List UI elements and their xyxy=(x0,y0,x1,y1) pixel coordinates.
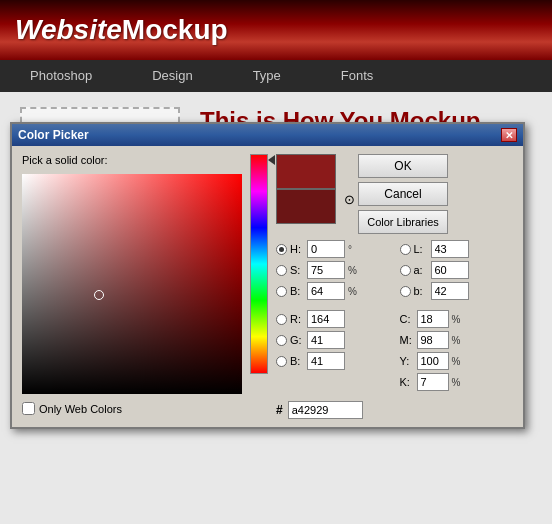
label-G: G: xyxy=(290,334,304,346)
input-b[interactable] xyxy=(431,282,469,300)
label-R: R: xyxy=(290,313,304,325)
label-B2: B: xyxy=(290,355,304,367)
website-header: WebsiteMockup xyxy=(0,0,552,60)
dialog-body: Pick a solid color: Only Web Colors xyxy=(12,146,523,427)
radio-R[interactable] xyxy=(276,314,287,325)
unit-C: % xyxy=(452,314,461,325)
unit-H: ° xyxy=(348,244,352,255)
hue-slider[interactable] xyxy=(250,154,268,374)
field-row-L: L: xyxy=(400,240,514,258)
label-a: a: xyxy=(414,264,428,276)
pick-solid-label: Pick a solid color: xyxy=(22,154,242,166)
input-B[interactable] xyxy=(307,282,345,300)
unit-K: % xyxy=(452,377,461,388)
field-row-a: a: xyxy=(400,261,514,279)
input-B2[interactable] xyxy=(307,352,345,370)
page-content: This is How You Mockup Te... Lorem ipsum… xyxy=(0,92,552,524)
input-R[interactable] xyxy=(307,310,345,328)
hex-row: # xyxy=(276,401,513,419)
ok-button[interactable]: OK xyxy=(358,154,448,178)
gradient-box[interactable] xyxy=(22,174,242,394)
label-M: M: xyxy=(400,334,414,346)
unit-M: % xyxy=(452,335,461,346)
unit-S: % xyxy=(348,265,357,276)
hex-label: # xyxy=(276,403,283,417)
color-libraries-button[interactable]: Color Libraries xyxy=(358,210,448,234)
field-row-Y: Y: % xyxy=(400,352,514,370)
eyedropper-icon[interactable]: ⊙ xyxy=(340,190,358,208)
input-a[interactable] xyxy=(431,261,469,279)
only-web-colors-checkbox[interactable] xyxy=(22,402,35,415)
dialog-titlebar: Color Picker ✕ xyxy=(12,124,523,146)
label-H: H: xyxy=(290,243,304,255)
dialog-close-button[interactable]: ✕ xyxy=(501,128,517,142)
label-b: b: xyxy=(414,285,428,297)
radio-H[interactable] xyxy=(276,244,287,255)
field-row-S: S: % xyxy=(276,261,390,279)
hex-input[interactable] xyxy=(288,401,363,419)
color-values: H: ° S: % xyxy=(276,240,513,391)
nav-item-fonts[interactable]: Fonts xyxy=(311,60,404,92)
field-row-b: b: xyxy=(400,282,514,300)
label-L: L: xyxy=(414,243,428,255)
right-panel: ⊙ OK Cancel Color Libraries xyxy=(276,154,513,419)
color-swatch-current xyxy=(276,189,336,224)
label-B: B: xyxy=(290,285,304,297)
color-swatch-new xyxy=(276,154,336,189)
nav-item-design[interactable]: Design xyxy=(122,60,222,92)
radio-B[interactable] xyxy=(276,286,287,297)
input-S[interactable] xyxy=(307,261,345,279)
radio-L[interactable] xyxy=(400,244,411,255)
label-C: C: xyxy=(400,313,414,325)
label-Y: Y: xyxy=(400,355,414,367)
logo-mockup: Mockup xyxy=(122,14,228,45)
field-row-R: R: xyxy=(276,310,390,328)
only-web-colors-label: Only Web Colors xyxy=(39,403,122,415)
field-row-C: C: % xyxy=(400,310,514,328)
color-picker-area: Pick a solid color: Only Web Colors xyxy=(22,154,242,419)
color-picker-dialog: Color Picker ✕ Pick a solid color: Only … xyxy=(10,122,525,429)
logo-website: Website xyxy=(15,14,122,45)
field-row-B: B: % xyxy=(276,282,390,300)
unit-Y: % xyxy=(452,356,461,367)
field-row-B2: B: xyxy=(276,352,390,370)
gradient-dark-overlay xyxy=(22,174,242,394)
field-row-M: M: % xyxy=(400,331,514,349)
input-K[interactable] xyxy=(417,373,449,391)
nav-bar: Photoshop Design Type Fonts xyxy=(0,60,552,92)
label-S: S: xyxy=(290,264,304,276)
input-M[interactable] xyxy=(417,331,449,349)
radio-B2[interactable] xyxy=(276,356,287,367)
radio-G[interactable] xyxy=(276,335,287,346)
radio-a[interactable] xyxy=(400,265,411,276)
input-L[interactable] xyxy=(431,240,469,258)
buttons-column: OK Cancel Color Libraries xyxy=(358,154,448,234)
hue-slider-arrow xyxy=(268,155,275,165)
radio-b[interactable] xyxy=(400,286,411,297)
nav-item-type[interactable]: Type xyxy=(223,60,311,92)
nav-item-photoshop[interactable]: Photoshop xyxy=(0,60,122,92)
label-K: K: xyxy=(400,376,414,388)
cancel-button[interactable]: Cancel xyxy=(358,182,448,206)
only-web-colors-row: Only Web Colors xyxy=(22,402,242,415)
field-row-G: G: xyxy=(276,331,390,349)
site-logo: WebsiteMockup xyxy=(15,14,228,46)
input-C[interactable] xyxy=(417,310,449,328)
unit-B: % xyxy=(348,286,357,297)
dialog-title: Color Picker xyxy=(18,128,89,142)
field-row-H: H: ° xyxy=(276,240,390,258)
radio-S[interactable] xyxy=(276,265,287,276)
input-G[interactable] xyxy=(307,331,345,349)
input-Y[interactable] xyxy=(417,352,449,370)
field-row-K: K: % xyxy=(400,373,514,391)
hue-slider-container xyxy=(250,154,268,419)
input-H[interactable] xyxy=(307,240,345,258)
